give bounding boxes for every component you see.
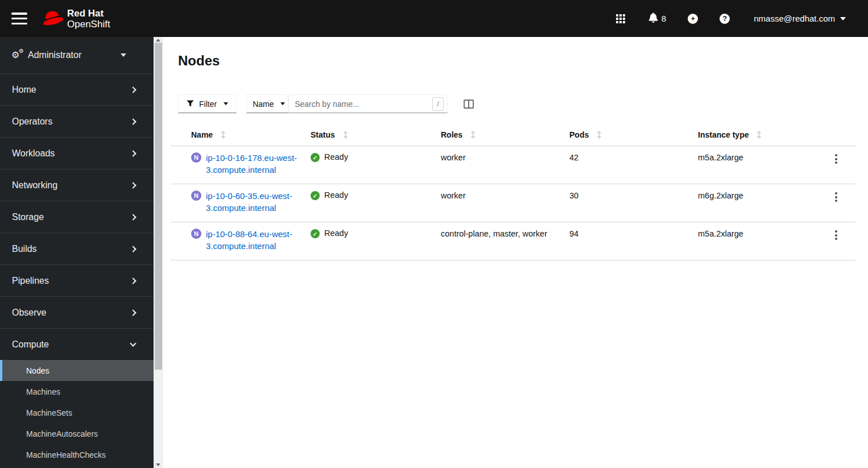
sidebar-item-label: Operators [12,117,52,127]
scroll-down-arrow-icon[interactable] [156,463,160,466]
filter-label: Filter [199,100,217,109]
table-row: N ip-10-0-16-178.eu-west-3.compute.inter… [171,146,855,184]
node-pods-cell: 94 [569,228,698,252]
node-name-cell: N ip-10-0-16-178.eu-west-3.compute.inter… [171,152,311,176]
slash-shortcut-badge: / [432,97,444,111]
search-input[interactable] [288,94,448,113]
help-question-circle-icon[interactable]: ? [720,14,730,24]
sidebar-subitem-label: Machines [26,387,60,396]
sort-icon[interactable] [757,131,762,139]
node-resource-badge: N [191,152,201,163]
perspective-switcher[interactable]: ⚙ ⚙ Administrator [0,37,154,73]
caret-down-icon [121,53,126,57]
red-hat-fedora-icon [42,9,63,28]
node-status-cell: ✓ Ready [311,228,441,252]
sidebar-item-observe[interactable]: Observe [0,296,154,328]
sidebar-item-machines[interactable]: Machines [0,381,154,402]
sidebar-item-machinehealthchecks[interactable]: MachineHealthChecks [0,444,154,465]
caret-down-icon [840,17,846,20]
user-menu[interactable]: nmasse@redhat.com [754,14,846,23]
sidebar-item-label: Workloads [12,148,55,159]
search-box: / [288,94,448,113]
node-link[interactable]: ip-10-0-16-178.eu-west-3.compute.interna… [206,152,309,176]
node-pods-cell: 30 [569,190,698,214]
kebab-menu-icon[interactable] [835,190,844,214]
node-status-cell: ✓ Ready [311,152,441,176]
chevron-right-icon [130,150,136,156]
sort-icon[interactable] [221,131,226,139]
sort-icon[interactable] [597,131,602,139]
node-status-cell: ✓ Ready [311,190,441,214]
chevron-right-icon [130,86,136,93]
search-type-label: Name [253,100,274,109]
column-header-roles[interactable]: Roles [441,130,569,139]
sidebar-item-label: Storage [12,212,44,222]
bell-icon [648,13,658,25]
notification-count: 8 [662,14,666,23]
node-resource-badge: N [191,190,201,201]
search-type-select[interactable]: Name [246,94,288,113]
sidebar-scrollbar[interactable] [154,37,163,468]
kebab-menu-icon[interactable] [835,228,844,252]
node-link[interactable]: ip-10-0-60-35.eu-west-3.compute.internal [206,190,309,214]
table-header-row: Name Status Roles Pods [171,124,855,146]
nav-items: Home Operators Workloads Networking Stor… [0,73,154,465]
sidebar-item-machineautoscalers[interactable]: MachineAutoscalers [0,423,154,444]
chevron-right-icon [130,246,136,252]
sidebar-item-pipelines[interactable]: Pipelines [0,264,154,296]
funnel-icon [187,100,194,107]
filter-dropdown-button[interactable]: Filter [178,94,237,113]
notifications-button[interactable]: 8 [648,13,666,25]
column-header-instance-type[interactable]: Instance type [698,130,835,139]
sidebar-subitem-label: MachineSets [26,408,72,417]
sidebar-item-machinesets[interactable]: MachineSets [0,402,154,423]
sidebar-nav: ⚙ ⚙ Administrator Home Operators Workloa… [0,37,154,468]
nodes-table: Name Status Roles Pods [171,124,855,260]
sidebar-item-storage[interactable]: Storage [0,201,154,233]
node-instance-type-cell: m5a.2xlarge [698,152,835,176]
scroll-up-arrow-icon[interactable] [156,39,160,42]
node-pods-cell: 42 [569,152,698,176]
column-header-name[interactable]: Name [171,130,311,139]
sort-icon[interactable] [470,131,476,139]
sidebar-item-workloads[interactable]: Workloads [0,137,154,169]
sidebar-item-operators[interactable]: Operators [0,105,154,137]
chevron-down-icon [130,340,136,346]
table-row: N ip-10-0-88-64.eu-west-3.compute.intern… [171,222,855,260]
status-text: Ready [324,190,348,200]
sidebar-item-builds[interactable]: Builds [0,233,154,264]
brand-line2: OpenShift [67,19,110,30]
scrollbar-thumb[interactable] [155,43,162,370]
sort-icon[interactable] [343,131,348,139]
column-header-pods[interactable]: Pods [569,130,698,139]
chevron-right-icon [130,118,136,125]
chevron-right-icon [130,214,136,220]
masthead-toolbar: 8 + ? nmasse@redhat.com [616,13,868,25]
app-launcher-icon[interactable] [616,14,625,23]
check-circle-icon: ✓ [311,191,320,200]
kebab-menu-icon[interactable] [835,152,844,176]
status-text: Ready [324,229,348,238]
node-roles-cell: control-plane, master, worker [441,228,569,252]
node-link[interactable]: ip-10-0-88-64.eu-west-3.compute.internal [206,228,309,252]
nav-toggle-hamburger-icon[interactable] [11,13,27,24]
sidebar-item-networking[interactable]: Networking [0,169,154,201]
sidebar-item-label: Home [12,85,36,95]
add-plus-circle-icon[interactable]: + [688,14,698,24]
node-name-cell: N ip-10-0-88-64.eu-west-3.compute.intern… [171,228,311,252]
username: nmasse@redhat.com [754,14,835,23]
node-roles-cell: worker [441,190,569,214]
masthead: Red Hat OpenShift 8 + ? nmasse@redhat.co… [0,0,868,37]
sidebar-item-home[interactable]: Home [0,73,154,105]
sidebar-subitem-label: MachineAutoscalers [26,429,98,438]
status-text: Ready [324,152,348,161]
node-instance-type-cell: m5a.2xlarge [698,228,835,252]
sidebar-subitem-label: MachineHealthChecks [26,450,106,459]
sidebar-item-compute[interactable]: Compute [0,328,154,360]
node-resource-badge: N [191,229,201,239]
sidebar-item-nodes[interactable]: Nodes [0,360,154,381]
manage-columns-icon[interactable] [464,100,474,109]
brand-logo[interactable]: Red Hat OpenShift [42,8,110,30]
column-header-status[interactable]: Status [311,130,441,139]
cogs-icon: ⚙ ⚙ [11,50,24,60]
